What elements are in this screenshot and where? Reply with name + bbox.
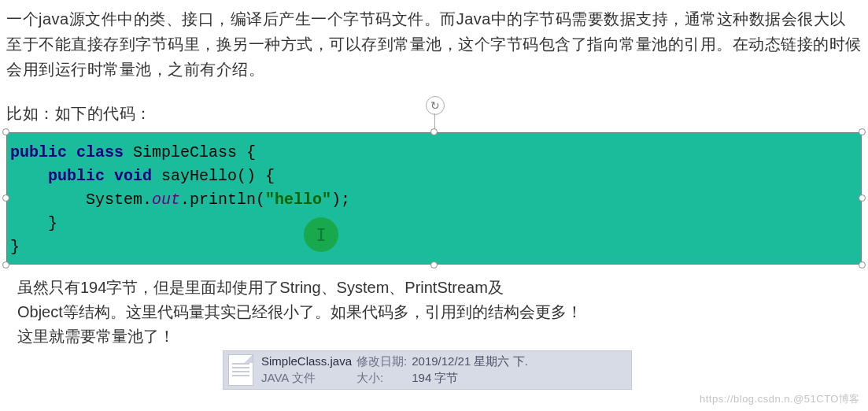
after-line-2: Object等结构。这里代码量其实已经很小了。如果代码多，引用到的结构会更多！ <box>17 300 862 324</box>
file-icon <box>228 354 253 386</box>
keyword-class: class <box>76 143 124 161</box>
file-modified-label: 修改日期: <box>356 354 407 369</box>
resize-handle-bc[interactable] <box>430 261 438 268</box>
file-type-label: JAVA 文件 <box>261 371 352 386</box>
text-cursor-highlight: I <box>304 217 338 252</box>
after-code-text: 虽然只有194字节，但是里面却使用了String、System、PrintStr… <box>6 276 862 349</box>
file-size-label: 大小: <box>356 371 407 386</box>
resize-handle-mr[interactable] <box>859 194 866 202</box>
string-literal: "hello" <box>265 191 331 209</box>
rotate-handle-icon[interactable]: ↻ <box>426 96 445 115</box>
rotate-stem <box>434 113 435 129</box>
after-line-3: 这里就需要常量池了！ <box>17 324 862 349</box>
class-name: SimpleClass <box>133 143 237 161</box>
code-text: ); <box>331 191 350 209</box>
resize-handle-tr[interactable] <box>859 128 866 135</box>
keyword-public: public <box>48 167 105 185</box>
file-info-tooltip: SimpleClass.java 修改日期: 2019/12/21 星期六 下.… <box>223 350 632 390</box>
brace-close: } <box>10 238 20 256</box>
file-size-value: 194 字节 <box>412 371 528 386</box>
field-out: out <box>152 191 180 209</box>
brace: { <box>237 143 256 161</box>
keyword-public: public <box>10 143 67 161</box>
file-name: SimpleClass.java <box>261 354 352 368</box>
intro-paragraph-1: 一个java源文件中的类、接口，编译后产生一个字节码文件。而Java中的字节码需… <box>6 6 862 82</box>
code-block: public class SimpleClass { public void s… <box>6 132 862 265</box>
keyword-void: void <box>114 167 152 185</box>
brace-close: } <box>10 214 57 232</box>
resize-handle-tl[interactable] <box>2 128 9 135</box>
brace: { <box>256 167 275 185</box>
resize-handle-tc[interactable] <box>430 128 438 135</box>
resize-handle-ml[interactable] <box>2 194 9 202</box>
method-name: sayHello() <box>161 167 256 185</box>
code-selection-frame[interactable]: ↻ public class SimpleClass { public void… <box>6 132 862 265</box>
after-line-1: 虽然只有194字节，但是里面却使用了String、System、PrintStr… <box>17 276 862 300</box>
file-modified-value: 2019/12/21 星期六 下. <box>412 354 528 369</box>
watermark-text: https://blog.csdn.n.@51CTO博客 <box>700 392 860 396</box>
code-text: .println( <box>180 191 265 209</box>
resize-handle-br[interactable] <box>859 261 866 268</box>
resize-handle-bl[interactable] <box>2 261 9 268</box>
code-text: System. <box>86 191 152 209</box>
